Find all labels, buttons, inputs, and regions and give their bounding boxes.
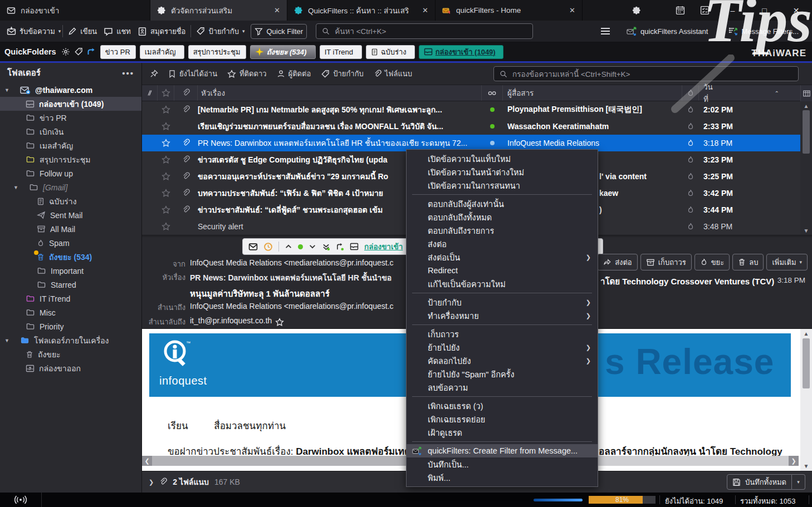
menu-item-18[interactable]: คัดลอกไปยัง❯: [407, 354, 598, 367]
menu-item-2[interactable]: เปิดข้อความในหน้าต่างใหม่: [407, 165, 598, 179]
sticky-filter-icon[interactable]: [150, 70, 158, 78]
body-vertical-scrollbar[interactable]: ▲ ▼: [800, 329, 812, 471]
menu-item-20[interactable]: ลบข้อความ: [407, 381, 598, 394]
junk-icon[interactable]: [682, 151, 699, 168]
quickfolder-tab-3[interactable]: สรุปการประชุม: [188, 45, 246, 59]
scrollbar-thumb[interactable]: [803, 338, 810, 388]
junk-icon[interactable]: [682, 101, 699, 118]
folder-item-8[interactable]: ▼[Gmail]: [0, 180, 141, 194]
junk-icon[interactable]: [682, 218, 699, 235]
recent-folders-icon[interactable]: [263, 242, 273, 252]
menu-item-6[interactable]: ตอบกลับถึงทั้งหมด: [407, 210, 598, 224]
folder-item-13[interactable]: ถังขยะ (534): [0, 250, 141, 264]
menu-item-28[interactable]: พิมพ์...: [407, 471, 598, 484]
skip-unread-icon[interactable]: [322, 243, 330, 251]
delete-button[interactable]: ลบ: [732, 254, 764, 270]
junk-column-header[interactable]: [682, 85, 699, 101]
folder-item-16[interactable]: IT iTrend: [0, 292, 141, 306]
folder-item-10[interactable]: Sent Mail: [0, 208, 141, 222]
filter-tags-button[interactable]: ป้ายกำกับ: [321, 68, 363, 80]
subject-column-header[interactable]: หัวเรื่อง: [198, 85, 482, 101]
star-icon[interactable]: [158, 168, 174, 185]
quickfolder-tab-2[interactable]: เมลสำคัญ: [140, 45, 184, 59]
tab-1[interactable]: กล่องขาเข้า: [0, 0, 150, 21]
scroll-left-arrow[interactable]: ❮: [142, 456, 152, 466]
message-row-1[interactable]: [Netmarble PR] เกม Netmarble ลดสูงสุด 50…: [142, 101, 812, 118]
tag-button[interactable]: ป้ายกำกับ ▾: [193, 23, 248, 40]
menu-item-7[interactable]: ตอบกลับถึงรายการ: [407, 224, 598, 237]
menu-item-24[interactable]: เฝ้าดูเธรด: [407, 426, 598, 439]
sender-column-header[interactable]: ผู้สื่อสาร: [503, 85, 682, 101]
save-all-dropdown[interactable]: ▾: [792, 474, 805, 490]
scroll-up-arrow[interactable]: ▲: [804, 329, 809, 338]
minimize-button[interactable]: –: [717, 0, 749, 21]
quickfolders-jump-icon[interactable]: [87, 47, 96, 56]
star-icon[interactable]: [158, 185, 174, 201]
correspondents-toggle[interactable]: [482, 85, 503, 101]
junk-icon[interactable]: [682, 118, 699, 135]
quickfolders-tag-icon[interactable]: [74, 47, 83, 56]
filter-messages-input[interactable]: กรองข้อความเหล่านี้ <Ctrl+Shift+K>: [493, 66, 799, 81]
goto-folder-icon[interactable]: [336, 243, 344, 251]
quickfilters-assistant-button[interactable]: quickFilters Assistant: [623, 24, 711, 39]
star-column-header[interactable]: [158, 85, 174, 101]
write-button[interactable]: เขียน: [65, 23, 100, 40]
menu-item-5[interactable]: ตอบกลับถึงผู้ส่งเท่านั้น: [407, 197, 598, 210]
menu-item-23[interactable]: เพิกเฉยเธรดย่อย: [407, 412, 598, 426]
star-icon[interactable]: [158, 218, 174, 235]
menu-item-16[interactable]: เก็บถาวร: [407, 327, 598, 341]
menu-item-14[interactable]: ทำเครื่องหมาย❯: [407, 309, 598, 322]
folder-item-11[interactable]: All Mail: [0, 222, 141, 236]
tab-4[interactable]: quickFilters - Home✕: [436, 0, 583, 21]
mail-icon[interactable]: [248, 242, 258, 252]
next-message-icon[interactable]: [309, 243, 316, 250]
folder-item-3[interactable]: ข่าว PR: [0, 111, 141, 125]
quickfolder-tab-6[interactable]: ฉบับร่าง: [366, 45, 415, 59]
expand-chevron-icon[interactable]: ▼: [13, 185, 19, 190]
star-icon[interactable]: [275, 316, 284, 328]
list-vertical-scrollbar[interactable]: ▲ ▼: [800, 101, 812, 235]
bcc-value[interactable]: it_th@pr.infoquest.co.th: [190, 316, 272, 328]
scroll-down-arrow[interactable]: ▼: [804, 461, 809, 471]
folder-item-7[interactable]: Follow up: [0, 166, 141, 180]
scroll-down-arrow[interactable]: ▼: [804, 226, 809, 235]
from-value[interactable]: InfoQuest Media Relations <mediarelation…: [190, 258, 394, 270]
folder-item-20[interactable]: ถังขยะ: [0, 347, 141, 361]
chat-button[interactable]: แชท: [100, 23, 134, 40]
filter-attachments-button[interactable]: ไฟล์แนบ: [374, 68, 412, 80]
folder-item-1[interactable]: ▼@thaiware.com: [0, 83, 141, 97]
maximize-button[interactable]: □: [749, 0, 780, 21]
folder-pane-menu-button[interactable]: •••: [122, 68, 134, 78]
close-button[interactable]: ✕: [780, 0, 812, 21]
quick-filter-button[interactable]: Quick Filter: [251, 24, 307, 39]
folder-item-18[interactable]: Priority: [0, 319, 141, 333]
menu-item-27[interactable]: บันทึกเป็น...: [407, 457, 598, 471]
menu-item-3[interactable]: เปิดข้อความในการสนทนา: [407, 179, 598, 192]
tab-close-icon[interactable]: ✕: [569, 6, 575, 14]
scroll-up-arrow[interactable]: ▲: [804, 101, 809, 110]
folder-item-21[interactable]: กล่องขาออก: [0, 361, 141, 375]
addons-icon[interactable]: [624, 0, 649, 21]
junk-icon[interactable]: [682, 168, 699, 185]
menu-item-22[interactable]: เพิกเฉยเธรด (ว): [407, 399, 598, 412]
app-menu-button[interactable]: [601, 28, 610, 35]
scroll-right-arrow[interactable]: ❯: [789, 456, 799, 466]
quickfolder-tab-5[interactable]: IT iTrend: [320, 45, 362, 59]
expand-chevron-icon[interactable]: ▼: [4, 338, 10, 343]
folder-item-5[interactable]: เมลสำคัญ: [0, 139, 141, 152]
menu-item-19[interactable]: ย้ายไปยัง "Spam" อีกครั้ง: [407, 367, 598, 381]
scrollbar-thumb[interactable]: [803, 110, 810, 154]
folder-item-4[interactable]: เบิกเงิน: [0, 125, 141, 139]
star-icon[interactable]: [158, 201, 174, 218]
quickfolders-gear-icon[interactable]: [61, 47, 70, 56]
attachment-column-header[interactable]: [174, 85, 198, 101]
junk-button[interactable]: ขยะ: [694, 254, 730, 270]
quickfolder-tab-4[interactable]: ถังขยะ (534): [250, 45, 316, 59]
forward-button[interactable]: ส่งต่อ: [597, 254, 638, 270]
calendar-icon[interactable]: [668, 0, 692, 21]
message-row-2[interactable]: เรียนเชิญร่วมชมภาพยนตร์รอบสื่อมวลชน เรื่…: [142, 118, 812, 135]
more-button[interactable]: เพิ่มเติม ▾: [766, 254, 808, 270]
cc-value[interactable]: InfoQuest Media Relations <mediarelation…: [190, 302, 394, 313]
expand-chevron-icon[interactable]: ▼: [4, 87, 10, 93]
star-icon[interactable]: [158, 118, 174, 135]
